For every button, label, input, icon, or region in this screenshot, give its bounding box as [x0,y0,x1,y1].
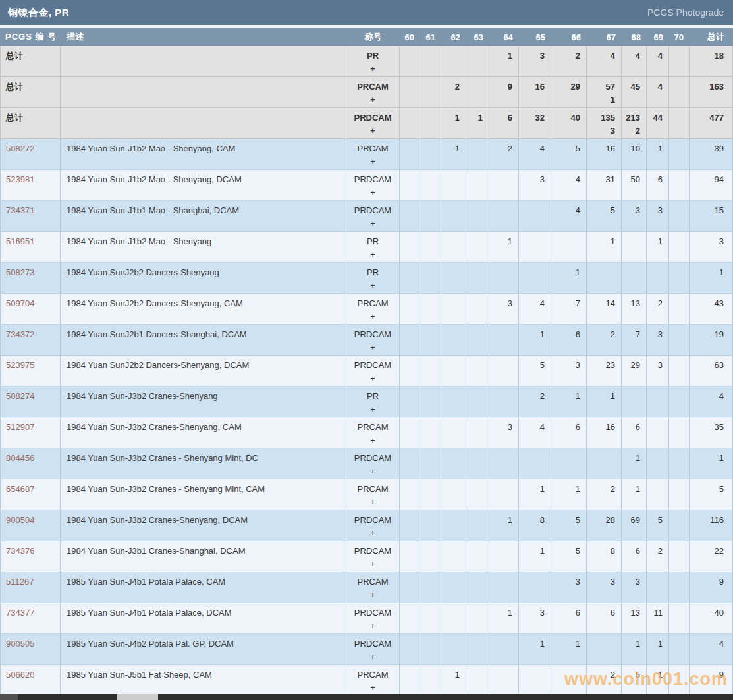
grade-plus-count [420,124,435,138]
grade-count [489,452,512,465]
grade-count: 1 [647,637,663,651]
grade-count-cell-70 [669,572,690,603]
grade-plus-count [551,527,580,540]
designation-cell: PRCAM+ [346,139,400,169]
grade-count [441,606,460,620]
plus-designation-label: + [346,372,399,385]
page-title: 铜镍合金, PR [8,7,69,19]
grade-count-cell-70 [669,665,690,695]
grade-plus-count [441,155,460,169]
pcgs-number-link[interactable]: 523981 [0,170,61,200]
grade-count [466,545,483,558]
grade-plus-count [622,589,640,602]
pcgs-number-link[interactable]: 512907 [0,417,61,448]
grade-count [466,142,483,155]
grade-count-cell-65: 4 [519,294,551,324]
grade-count [420,297,435,310]
designation-cell: PRCAM+ [346,665,400,695]
grade-plus-count [587,465,615,478]
pcgs-number-link[interactable]: 511267 [0,572,61,603]
grade-count-cell-63 [466,170,489,200]
grade-plus-count [400,341,414,354]
grade-count [669,576,683,589]
scrollbar-left-button[interactable] [0,694,18,700]
pcgs-number-link[interactable]: 734371 [0,201,61,231]
pcgs-number-link[interactable]: 900505 [0,634,61,664]
grade-plus-count [587,372,615,385]
grade-count: 1 [587,390,615,403]
grade-count-cell-68: 29 [622,356,647,386]
pcgs-number-link[interactable]: 506620 [0,665,61,695]
grade-count-cell-63 [466,417,489,448]
grade-count [669,173,683,186]
pcgs-number-link[interactable]: 734377 [0,603,61,633]
grade-count-cell-63 [466,325,489,355]
grade-plus-count [647,527,663,540]
grade-plus-count [489,682,512,695]
coin-description: 1984 Yuan Sun-J3b2 Cranes - Shenyang Min… [61,479,346,510]
grade-count-cell-60 [400,665,420,695]
grade-count: 1 [551,266,580,279]
grade-count [420,668,435,682]
grade-plus-count [441,589,460,602]
pcgs-photograde-link[interactable]: PCGS Photograde [647,7,724,18]
pcgs-number-link[interactable]: 734372 [0,325,61,355]
grade-count-cell-62: 1 [441,108,466,138]
grade-count-cell-68: 3 [622,572,647,603]
plus-designation-label: + [346,682,399,695]
total-count: 1 [690,452,724,465]
pcgs-number-link[interactable]: 508274 [0,387,61,417]
grade-count [669,266,683,279]
horizontal-scrollbar[interactable] [0,694,733,700]
coin-description: 1985 Yuan Sun-J5b1 Fat Sheep, CAM [61,665,346,695]
designation-label: PRDCAM [346,606,399,620]
grade-plus-count [420,434,435,447]
pcgs-number-link[interactable]: 734376 [0,541,61,572]
plus-designation-label: + [346,434,399,447]
grade-count [420,390,435,403]
grade-count-cell-61 [420,232,441,262]
grade-count: 2 [489,142,512,155]
total-count-cell: 1 [690,263,733,293]
scrollbar-thumb[interactable] [117,694,158,700]
total-count: 43 [690,297,724,310]
grade-count-cell-66: 1 [551,479,587,510]
pcgs-number-link[interactable]: 654687 [0,479,61,510]
grade-count [519,576,545,589]
grade-count: 6 [551,421,580,434]
grade-count [420,576,435,589]
pcgs-number-link[interactable]: 508272 [0,139,61,169]
grade-count: 6 [551,606,580,620]
pcgs-number-link[interactable]: 508273 [0,263,61,293]
grade-count-cell-70 [669,417,690,448]
grade-plus-count [587,558,615,571]
grade-plus-count [441,341,460,354]
grade-count-cell-64: 1 [489,232,519,262]
grade-count-cell-63 [466,572,489,603]
coin-description [61,108,346,138]
plus-designation-label: + [346,155,399,169]
grade-plus-count [647,217,663,230]
grade-plus-count [466,94,483,107]
grade-plus-count [551,651,580,664]
grade-plus-count [587,63,615,76]
pcgs-number-link[interactable]: 900504 [0,510,61,541]
grade-count [622,235,640,248]
plus-designation-label: + [346,496,399,509]
pcgs-number-link[interactable]: 804456 [0,448,61,479]
grade-plus-count [420,496,435,509]
designation-label: PRDCAM [346,173,399,186]
pcgs-number-link[interactable]: 523975 [0,356,61,386]
grade-count-cell-62 [441,325,466,355]
grade-count [441,235,460,248]
grade-count-cell-63 [466,139,489,169]
grade-count [466,297,483,310]
column-header-grade-67: 67 [587,32,622,42]
grade-count-cell-70 [669,634,690,664]
pcgs-number-link[interactable]: 509704 [0,294,61,324]
pcgs-number-link[interactable]: 516951 [0,232,61,262]
grade-plus-count [587,434,615,447]
grade-plus-count [519,620,545,633]
grade-plus-count [669,403,683,416]
grade-plus-count [519,434,545,447]
